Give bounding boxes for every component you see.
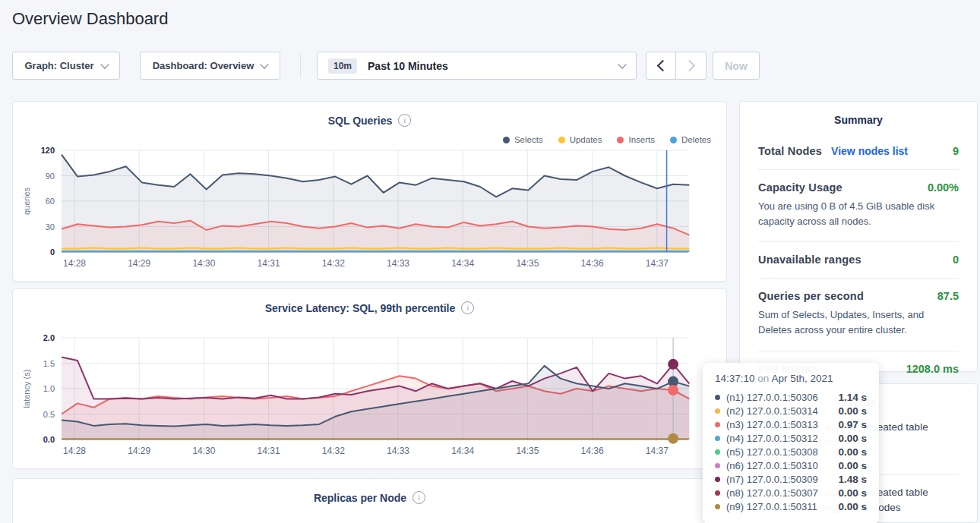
summary-card: Summary Total Nodes View nodes list 9 Ca…	[739, 101, 978, 372]
inserts-dot-icon	[617, 137, 624, 143]
summary-value: 0	[953, 254, 959, 266]
tooltip-node-label: (n5) 127.0.0.1:50308	[726, 446, 818, 458]
tooltip-node-label: (n6) 127.0.0.1:50310	[726, 460, 818, 471]
replicas-per-node-card: Replicas per Node i	[12, 478, 727, 523]
summary-label: Total Nodes	[758, 145, 822, 157]
legend-item-deletes[interactable]: Deletes	[670, 135, 711, 144]
summary-header: Summary	[740, 102, 977, 126]
graph-dropdown-label: Graph: Cluster	[24, 60, 93, 71]
series-dot-icon	[715, 449, 720, 455]
svg-text:30: 30	[46, 222, 55, 232]
chevron-left-icon	[656, 60, 669, 72]
summary-label: Queries per second	[758, 290, 864, 302]
summary-desc: Sum of Selects, Updates, Inserts, and De…	[758, 307, 959, 338]
selects-dot-icon	[503, 137, 510, 143]
replicas-per-node-title: Replicas per Node	[314, 492, 406, 504]
summary-desc: You are using 0 B of 4.5 GiB usable disk…	[758, 199, 959, 229]
view-nodes-list-link[interactable]: View nodes list	[831, 145, 908, 157]
svg-text:120: 120	[41, 146, 55, 155]
svg-text:0.5: 0.5	[43, 410, 55, 419]
tooltip-node-value: 0.97 s	[838, 419, 867, 430]
svg-text:14:36: 14:36	[581, 258, 604, 269]
series-dot-icon	[715, 436, 720, 441]
series-dot-icon	[715, 408, 720, 414]
sql-queries-chart[interactable]: 14:2814:2914:3014:3114:3214:3314:3414:35…	[13, 144, 728, 278]
chart-hover-tooltip: 14:37:10 on Apr 5th, 2021 (n1) 127.0.0.1…	[703, 363, 879, 523]
summary-row-queries-per-second: Queries per second 87.5 Sum of Selects, …	[758, 279, 959, 351]
series-dot-icon	[715, 490, 720, 496]
tooltip-row: (n4) 127.0.0.1:503120.00 s	[715, 431, 867, 445]
svg-text:14:37: 14:37	[646, 446, 669, 456]
svg-text:14:28: 14:28	[63, 446, 86, 456]
dashboard-dropdown-label: Dashboard: Overview	[153, 60, 254, 71]
series-dot-icon	[715, 477, 720, 482]
dashboard-dropdown[interactable]: Dashboard: Overview	[140, 52, 280, 80]
svg-text:14:29: 14:29	[128, 446, 150, 456]
tooltip-node-value: 1.14 s	[838, 392, 867, 403]
toolbar-divider	[300, 53, 301, 78]
svg-text:14:34: 14:34	[451, 446, 474, 456]
info-icon[interactable]: i	[461, 301, 474, 314]
svg-text:0.0: 0.0	[43, 435, 55, 444]
summary-row-unavailable-ranges: Unavailable ranges 0	[758, 242, 959, 279]
tooltip-rows: (n1) 127.0.0.1:503061.14 s(n2) 127.0.0.1…	[715, 390, 867, 513]
tooltip-node-value: 1.48 s	[838, 474, 867, 485]
deletes-dot-icon	[670, 137, 677, 143]
svg-text:14:30: 14:30	[192, 258, 215, 269]
svg-text:1.0: 1.0	[43, 384, 55, 393]
overview-dashboard-page: Overview Dashboard Graph: Cluster Dashbo…	[0, 0, 980, 523]
svg-text:90: 90	[46, 172, 55, 181]
tooltip-node-label: (n2) 127.0.0.1:50314	[726, 405, 818, 417]
updates-dot-icon	[558, 137, 565, 143]
tooltip-timestamp: 14:37:10 on Apr 5th, 2021	[715, 373, 867, 384]
svg-text:0: 0	[50, 247, 55, 257]
svg-text:14:31: 14:31	[258, 446, 280, 456]
info-icon[interactable]: i	[413, 491, 425, 504]
tooltip-row: (n1) 127.0.0.1:503061.14 s	[715, 390, 867, 404]
svg-text:60: 60	[46, 197, 55, 206]
svg-text:latency (s): latency (s)	[22, 370, 31, 408]
next-range-button[interactable]	[676, 52, 707, 80]
tooltip-row: (n3) 127.0.0.1:503130.97 s	[715, 417, 867, 431]
tooltip-node-label: (n8) 127.0.0.1:50307	[726, 487, 818, 499]
tooltip-node-label: (n9) 127.0.0.1:50311	[726, 501, 817, 512]
sql-queries-card: SQL Queries i Selects Updates Inserts De…	[12, 101, 727, 282]
tooltip-node-value: 0.00 s	[838, 501, 867, 512]
tooltip-node-value: 0.00 s	[838, 446, 867, 458]
tooltip-node-label: (n3) 127.0.0.1:50313	[726, 419, 818, 430]
series-dot-icon	[715, 422, 720, 427]
previous-range-button[interactable]	[646, 52, 676, 80]
tooltip-node-value: 0.00 s	[838, 433, 867, 444]
now-button[interactable]: Now	[713, 52, 760, 80]
graph-dropdown[interactable]: Graph: Cluster	[12, 52, 120, 80]
service-latency-chart[interactable]: 14:2814:2914:3014:3114:3214:3314:3414:35…	[13, 332, 728, 465]
svg-text:14:34: 14:34	[451, 258, 474, 269]
summary-value: 87.5	[937, 290, 959, 302]
tooltip-row: (n6) 127.0.0.1:503100.00 s	[715, 458, 867, 472]
tooltip-row: (n2) 127.0.0.1:503140.00 s	[715, 404, 867, 417]
legend-item-inserts[interactable]: Inserts	[617, 135, 655, 144]
summary-row-total-nodes: Total Nodes View nodes list 9	[758, 134, 959, 170]
svg-text:14:28: 14:28	[63, 258, 86, 269]
sql-queries-title: SQL Queries	[328, 115, 393, 127]
svg-text:14:32: 14:32	[322, 258, 345, 269]
legend-item-selects[interactable]: Selects	[503, 135, 543, 144]
svg-text:14:37: 14:37	[646, 258, 669, 269]
svg-text:14:32: 14:32	[322, 446, 345, 456]
time-range-dropdown[interactable]: 10m Past 10 Minutes	[317, 52, 637, 80]
summary-value: 0.00%	[928, 181, 959, 194]
legend-item-updates[interactable]: Updates	[558, 135, 602, 144]
tooltip-row: (n5) 127.0.0.1:503080.00 s	[715, 445, 867, 458]
tooltip-node-label: (n1) 127.0.0.1:50306	[726, 392, 818, 403]
chevron-down-icon	[261, 60, 269, 68]
info-icon[interactable]: i	[398, 114, 411, 127]
chevron-right-icon	[684, 60, 696, 72]
svg-text:14:30: 14:30	[192, 446, 215, 456]
service-latency-card: Service Latency: SQL, 99th percentile i …	[12, 288, 727, 469]
summary-row-capacity-usage: Capacity Usage 0.00% You are using 0 B o…	[758, 170, 959, 242]
tooltip-node-value: 0.00 s	[838, 487, 867, 499]
summary-value: 1208.0 ms	[906, 363, 959, 375]
summary-value: 9	[953, 145, 959, 157]
tooltip-node-label: (n7) 127.0.0.1:50309	[726, 474, 818, 485]
svg-text:14:35: 14:35	[516, 446, 539, 456]
